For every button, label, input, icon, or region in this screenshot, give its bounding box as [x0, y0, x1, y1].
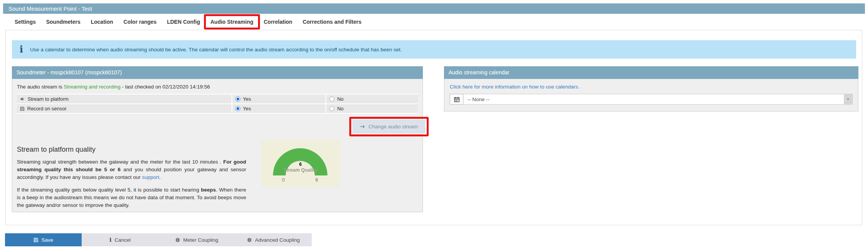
stream-status-line: The audio stream is Streaming and record… — [12, 79, 422, 94]
yes-option-cell: Yes — [232, 104, 326, 113]
gear-icon — [175, 238, 180, 242]
radio-label: No — [337, 106, 344, 111]
tab-location[interactable]: Location — [91, 19, 113, 25]
record-no-radio[interactable] — [329, 106, 334, 111]
stream-no-radio[interactable] — [329, 97, 334, 102]
calendar-info-link[interactable]: Click here for more information on how t… — [450, 84, 579, 90]
meter-coupling-label: Meter Coupling — [183, 237, 219, 243]
meter-coupling-button[interactable]: Meter Coupling — [158, 233, 235, 246]
change-audio-stream-button[interactable]: Change audio stream — [353, 120, 425, 133]
tab-lden-config[interactable]: LDEN Config — [167, 19, 200, 25]
quality-paragraph-2: If the streaming quality gets below qual… — [17, 186, 246, 209]
tab-correlation[interactable]: Correlation — [264, 19, 293, 25]
cancel-button[interactable]: i Cancel — [82, 233, 158, 246]
quality-text: Streaming signal strength between the ga… — [17, 159, 223, 165]
page: { "title": "Sound Measurement Point - Te… — [0, 0, 868, 249]
stream-yes-radio[interactable] — [235, 97, 240, 102]
stream-settings-table: Stream to platform Yes No Record on sens… — [17, 94, 418, 114]
quality-heading: Stream to platform quality — [17, 146, 246, 154]
yes-option-cell: Yes — [232, 95, 326, 103]
audio-streaming-calendar-panel: Audio streaming calendar Click here for … — [444, 66, 858, 111]
stream-quality-gauge: 6 Stream Quality 0 6 — [261, 140, 340, 187]
info-icon: i — [20, 45, 23, 54]
tab-bar: Settings Soundmeters Location Color rang… — [3, 14, 865, 30]
table-row: Stream to platform Yes No — [17, 95, 418, 104]
calendar-select-value: -- None -- — [464, 97, 844, 102]
soundmeter-panel-header: Soundmeter - msspck80107 (msspck80107) — [12, 66, 423, 79]
radio-label: Yes — [243, 96, 251, 102]
advanced-coupling-label: Advanced Coupling — [255, 237, 300, 243]
cancel-button-label: Cancel — [115, 237, 131, 243]
tab-color-ranges[interactable]: Color ranges — [123, 19, 156, 25]
change-button-row: Change audio stream — [12, 117, 422, 136]
status-prefix: The audio stream is — [17, 84, 64, 90]
quality-text: If the streaming quality gets below qual… — [17, 187, 201, 193]
calendar-panel-body: Click here for more information on how t… — [444, 79, 858, 111]
status-suffix: - last checked on 02/12/2020 14:19:56 — [120, 84, 210, 90]
radio-label: No — [337, 96, 344, 102]
calendar-icon — [454, 97, 460, 102]
chevron-down-icon[interactable]: ▼ — [844, 94, 852, 104]
table-row: Record on sensor Yes No — [17, 104, 418, 114]
floppy-icon — [20, 106, 25, 111]
page-title: Sound Measurement Point - Test — [3, 3, 865, 14]
gauge-value: 6 — [261, 162, 340, 167]
annotation-highlight-tab: Audio Streaming — [204, 14, 260, 29]
floppy-icon — [33, 238, 38, 242]
gauge-min-label: 0 — [280, 177, 287, 183]
calendar-picker-button[interactable] — [450, 94, 464, 105]
calendar-select[interactable]: -- None -- ▼ — [464, 94, 853, 105]
change-audio-stream-label: Change audio stream — [368, 124, 418, 129]
annotation-highlight-button: Change audio stream — [349, 117, 429, 136]
row-label: Stream to platform — [28, 96, 69, 102]
radio-label: Yes — [243, 106, 251, 111]
row-label-cell: Stream to platform — [17, 95, 232, 103]
calendar-select-group: -- None -- ▼ — [450, 94, 853, 105]
tab-audio-streaming[interactable]: Audio Streaming — [210, 19, 253, 25]
record-yes-radio[interactable] — [235, 106, 240, 111]
save-button[interactable]: Save — [5, 233, 82, 246]
calendar-panel-header: Audio streaming calendar — [444, 66, 858, 79]
info-banner-text: Use a calendar to determine when audio s… — [30, 47, 402, 52]
tab-corrections-filters[interactable]: Corrections and Filters — [302, 19, 361, 25]
quality-text: . — [159, 174, 161, 180]
support-link[interactable]: support — [142, 174, 159, 180]
tab-content-container: i Use a calendar to determine when audio… — [5, 30, 862, 225]
status-state: Streaming and recording — [64, 84, 120, 90]
soundmeter-panel-body: The audio stream is Streaming and record… — [12, 79, 423, 212]
tab-soundmeters[interactable]: Soundmeters — [46, 19, 80, 25]
info-banner: i Use a calendar to determine when audio… — [12, 40, 856, 59]
gauge-label: Stream Quality — [261, 167, 340, 173]
tab-settings[interactable]: Settings — [15, 19, 36, 25]
advanced-coupling-button[interactable]: Advanced Coupling — [235, 233, 312, 246]
soundmeter-panel: Soundmeter - msspck80107 (msspck80107) T… — [12, 66, 423, 212]
gauge-max-label: 6 — [313, 177, 320, 183]
no-option-cell: No — [326, 95, 418, 103]
footer-action-bar: Save i Cancel Meter Coupling Advanced Co… — [5, 233, 312, 246]
quality-section: Stream to platform quality Streaming sig… — [17, 146, 246, 209]
no-option-cell: No — [326, 104, 418, 113]
save-button-label: Save — [41, 237, 53, 243]
gear-icon — [247, 238, 252, 242]
row-label: Record on sensor — [27, 106, 67, 111]
quality-paragraph-1: Streaming signal strength between the ga… — [17, 158, 246, 181]
speaker-icon — [20, 97, 25, 102]
arrow-right-icon — [360, 124, 365, 129]
quality-text-bold: beeps — [201, 187, 216, 193]
row-label-cell: Record on sensor — [17, 104, 232, 113]
info-icon: i — [109, 237, 112, 243]
